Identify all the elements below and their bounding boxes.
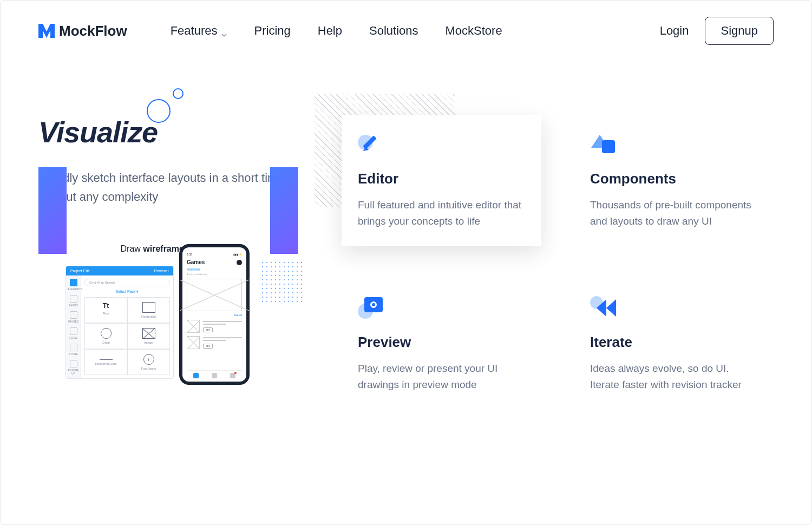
chevron-down-icon xyxy=(221,28,227,34)
svg-rect-2 xyxy=(602,140,615,153)
header-auth: Login Signup xyxy=(660,17,774,45)
brand-name: MockFlow xyxy=(59,23,127,40)
login-link[interactable]: Login xyxy=(660,24,689,38)
nav-mockstore[interactable]: MockStore xyxy=(446,24,502,38)
dots-decoration xyxy=(260,260,304,304)
mockup-illustration: Draw wireframe designs Project Edit Revi… xyxy=(38,244,298,254)
feature-card-iterate[interactable]: Iterate Ideas always evolve, so do UI. I… xyxy=(574,279,774,410)
hero-title: Visualize xyxy=(38,115,298,149)
card-desc: Ideas always evolve, so do UI. Iterate f… xyxy=(590,360,757,393)
nav-help[interactable]: Help xyxy=(318,24,342,38)
logo-icon xyxy=(38,24,55,38)
logo[interactable]: MockFlow xyxy=(38,23,127,40)
nav-solutions[interactable]: Solutions xyxy=(369,24,418,38)
feature-card-preview[interactable]: Preview Play, review or present your UI … xyxy=(342,279,541,410)
hero-subtitle: Rapidly sketch interface layouts in a sh… xyxy=(38,168,287,206)
gradient-decoration-left xyxy=(38,167,67,254)
card-desc: Thousands of pre-built components and la… xyxy=(590,197,757,230)
features-grid: Editor Full featured and intuitive edito… xyxy=(342,115,774,410)
header: MockFlow Features Pricing Help Solutions… xyxy=(1,1,811,61)
nav-pricing[interactable]: Pricing xyxy=(254,24,291,38)
feature-card-editor[interactable]: Editor Full featured and intuitive edito… xyxy=(342,115,541,246)
feature-card-components[interactable]: Components Thousands of pre-built compon… xyxy=(574,115,774,246)
card-title: Components xyxy=(590,170,757,187)
preview-icon xyxy=(358,295,388,321)
signup-button[interactable]: Signup xyxy=(705,17,774,45)
mock-heading: Draw wireframe designs xyxy=(38,244,298,254)
main-content: Visualize Rapidly sketch interface layou… xyxy=(1,61,811,410)
nav-features[interactable]: Features xyxy=(171,24,227,38)
iterate-icon xyxy=(590,295,620,321)
svg-point-6 xyxy=(372,303,375,306)
main-nav: Features Pricing Help Solutions MockStor… xyxy=(171,24,502,38)
card-title: Iterate xyxy=(590,334,757,351)
editor-icon xyxy=(358,132,388,158)
gradient-decoration-right xyxy=(270,167,298,254)
hero-column: Visualize Rapidly sketch interface layou… xyxy=(38,115,298,410)
components-icon xyxy=(590,132,620,158)
card-title: Editor xyxy=(358,170,525,187)
editor-mockup: Project Edit Review › ELEMENTS PAGES IMA… xyxy=(66,266,174,379)
card-title: Preview xyxy=(358,334,525,351)
phone-mockup: 9:30▮▮▮ ⚡ Games wireframes A story of aw… xyxy=(179,244,250,385)
card-desc: Play, review or present your UI drawings… xyxy=(358,360,525,393)
card-desc: Full featured and intuitive editor that … xyxy=(358,197,525,230)
